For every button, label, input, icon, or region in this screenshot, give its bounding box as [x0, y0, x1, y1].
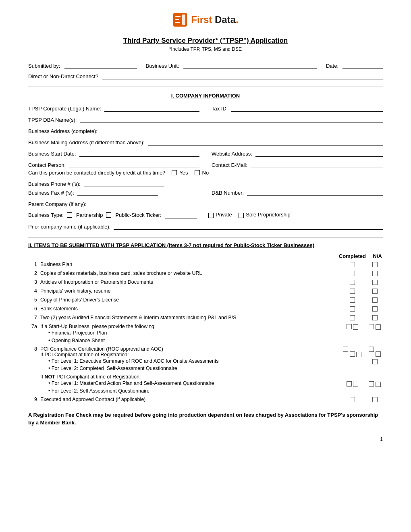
na-checkbox[interactable] [369, 381, 374, 387]
svg-rect-4 [182, 15, 185, 25]
dnb-label: D&B Number: [212, 190, 244, 196]
business-unit-field[interactable] [183, 62, 317, 69]
na-checkbox[interactable] [376, 382, 381, 387]
completed-checkbox[interactable] [350, 351, 355, 357]
completed-checkbox[interactable] [343, 347, 348, 352]
date-field[interactable] [342, 62, 383, 69]
phone-field[interactable] [84, 180, 164, 187]
item-na [367, 278, 383, 287]
table-header-row: Completed N/A [28, 252, 383, 261]
na-checkbox[interactable] [372, 262, 378, 267]
completed-checkbox[interactable] [347, 381, 352, 387]
business-address-field[interactable] [101, 127, 383, 134]
tax-id-field[interactable] [231, 104, 383, 112]
completed-checkbox[interactable] [350, 271, 355, 276]
yes-checkbox[interactable] [172, 170, 177, 175]
section-divider-1 [28, 87, 383, 87]
contact-person-field[interactable] [69, 161, 199, 168]
mailing-address-field[interactable] [148, 138, 383, 145]
na-checkbox[interactable] [372, 280, 378, 285]
na-checkbox[interactable] [372, 306, 378, 312]
public-stock-ticker-field[interactable] [165, 211, 197, 218]
item-na [367, 261, 383, 270]
completed-checkbox[interactable] [350, 315, 355, 320]
table-row: 5 Copy of Principals' Driver's License [28, 296, 383, 305]
completed-checkbox[interactable] [350, 262, 355, 267]
corporate-name-row: TPSP Corporate (Legal) Name: Tax ID: [28, 104, 383, 112]
sub-item: For Level 2: Completed Self-Assessment Q… [48, 365, 337, 372]
corporate-name-field[interactable] [104, 104, 199, 112]
item-num: 3 [28, 278, 39, 287]
public-stock-checkbox[interactable] [106, 212, 111, 218]
yes-option: Yes [172, 170, 188, 176]
completed-checkbox[interactable] [353, 324, 358, 330]
completed-checkbox[interactable] [350, 289, 355, 294]
na-checkbox[interactable] [372, 359, 378, 364]
mailing-address-label: Business Mailing Address (if different t… [28, 139, 145, 145]
start-date-col: Business Start Date: [28, 150, 199, 157]
na-checkbox[interactable] [372, 271, 378, 276]
na-checkbox[interactable] [369, 347, 374, 352]
logo-first: First [191, 14, 212, 25]
partnership-checkbox[interactable] [67, 212, 72, 218]
na-checkbox[interactable] [372, 315, 378, 320]
sub-item: For Level 1: MasterCard Action Plan and … [48, 380, 337, 387]
item-na [367, 323, 383, 345]
table-row: If NOT PCI Compliant at time of Registra… [28, 373, 383, 396]
item-desc: If NOT PCI Compliant at time of Registra… [39, 373, 338, 396]
svg-rect-2 [175, 19, 179, 20]
sole-prop-checkbox[interactable] [239, 213, 244, 218]
completed-checkbox[interactable] [350, 306, 355, 312]
private-label: Private [216, 212, 232, 218]
table-row: 7a If a Start-Up Business, please provid… [28, 323, 383, 345]
na-checkbox[interactable] [372, 297, 378, 303]
public-stock-label: Public-Stock Ticker: [115, 212, 161, 218]
completed-checkbox[interactable] [350, 397, 355, 402]
parent-company-field[interactable] [90, 200, 383, 207]
table-row: 8 PCI Compliance Certification (ROC appr… [28, 345, 383, 374]
business-address-label: Business Address (complete): [28, 128, 98, 134]
start-date-field[interactable] [79, 150, 200, 157]
item-num: 9 [28, 396, 39, 405]
items-table: Completed N/A 1 Business Plan 2 Copies o… [28, 252, 383, 405]
sub-item: For Level 2: Self Assessment Questionnai… [48, 387, 337, 395]
website-field[interactable] [255, 150, 383, 157]
sub-item: Financial Projection Plan [48, 329, 337, 337]
private-checkbox[interactable] [208, 213, 214, 218]
dba-field[interactable] [80, 116, 383, 123]
parent-company-row: Parent Company (if any): [28, 200, 383, 207]
item-desc: Two (2) years Audited Financial Statemen… [39, 314, 338, 323]
main-title: Third Party Service Provider* ("TPSP") A… [123, 37, 288, 44]
corporate-name-label: TPSP Corporate (Legal) Name: [28, 106, 101, 112]
contact-email-field[interactable] [251, 161, 383, 168]
prior-company-row: Prior company name (if applicable): [28, 222, 383, 230]
fax-field[interactable] [77, 189, 158, 196]
dnb-field[interactable] [247, 189, 383, 196]
direct-connect-field[interactable] [102, 72, 383, 79]
na-checkbox[interactable] [376, 324, 381, 330]
completed-checkbox[interactable] [347, 324, 352, 329]
na-checkbox[interactable] [369, 324, 374, 329]
sole-prop-label: Sole Proprietorship [246, 212, 291, 218]
desc-header [39, 252, 338, 261]
na-checkbox[interactable] [372, 397, 378, 402]
phone-fax-col: Business Phone # ('s): Business Fax # ('… [28, 180, 199, 196]
phone-line: Business Phone # ('s): [28, 180, 199, 187]
completed-checkbox[interactable] [350, 297, 355, 303]
no-checkbox[interactable] [195, 170, 200, 175]
completed-checkbox[interactable] [353, 382, 358, 387]
contact-person-label: Contact Person: [28, 162, 66, 168]
prior-company-field[interactable] [114, 222, 383, 230]
submitted-by-field[interactable] [64, 62, 137, 69]
contact-email-label: Contact E-Mail: [212, 162, 247, 168]
item-completed [338, 323, 367, 345]
item-completed [338, 261, 367, 270]
completed-checkbox[interactable] [356, 352, 361, 357]
item-completed [338, 396, 367, 405]
business-unit-label: Business Unit: [146, 63, 179, 69]
completed-checkbox[interactable] [350, 280, 355, 285]
na-checkbox[interactable] [372, 289, 378, 294]
partnership-label: Partnership [76, 212, 103, 218]
item-na [367, 270, 383, 278]
na-checkbox[interactable] [376, 351, 381, 357]
